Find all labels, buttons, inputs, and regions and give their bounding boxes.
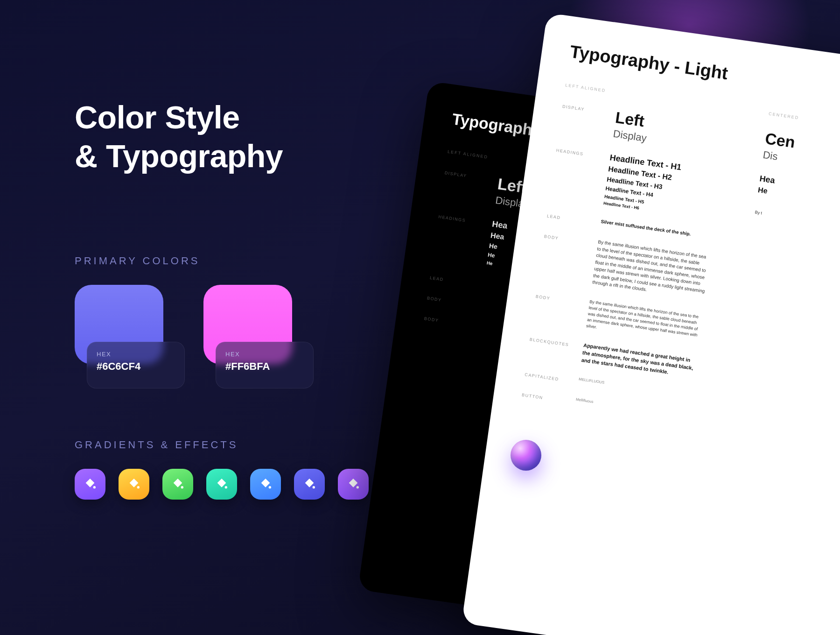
svg-point-3 bbox=[225, 486, 227, 488]
gradient-swatch-violet bbox=[338, 469, 369, 500]
paint-bucket-icon bbox=[258, 477, 273, 492]
paint-bucket-icon bbox=[214, 477, 229, 492]
svg-point-5 bbox=[313, 486, 315, 488]
gradient-swatch-teal bbox=[206, 469, 237, 500]
hex-label: HEX #FF6BFA bbox=[216, 342, 314, 388]
body-text-small: By t bbox=[755, 210, 840, 239]
row-tag-display: DISPLAY bbox=[444, 168, 486, 181]
hex-value: #6C6CF4 bbox=[97, 360, 175, 373]
swatch-primary-1: HEX #6C6CF4 bbox=[75, 285, 177, 364]
body-text-small: By the same illusion which lifts the hor… bbox=[586, 299, 703, 345]
hex-value: #FF6BFA bbox=[225, 360, 304, 373]
svg-point-6 bbox=[357, 486, 359, 488]
row-tag-body: BODY bbox=[544, 231, 585, 244]
paint-bucket-icon bbox=[83, 477, 98, 492]
button-label-sample: Mellifluous bbox=[575, 397, 689, 417]
lead-text: Silver mist suffused the deck of the shi… bbox=[601, 219, 714, 241]
row-tag-lead: LEAD bbox=[546, 211, 588, 224]
swatch-primary-2: HEX #FF6BFA bbox=[203, 285, 306, 364]
row-tag-capitalized: CAPITALIZED bbox=[525, 369, 566, 382]
svg-point-0 bbox=[93, 486, 96, 488]
primary-swatches: HEX #6C6CF4 HEX #FF6BFA bbox=[75, 285, 439, 364]
gradient-swatch-purple bbox=[75, 469, 105, 500]
gradient-swatch-green bbox=[162, 469, 193, 500]
row-tag-headings: HEADINGS bbox=[556, 145, 597, 158]
gradient-swatch-yellow bbox=[119, 469, 149, 500]
row-tag-button: BUTTON bbox=[522, 390, 563, 403]
paint-bucket-icon bbox=[302, 477, 317, 492]
page-title: Color Style & Typography bbox=[75, 98, 439, 176]
title-line-1: Color Style bbox=[75, 99, 239, 135]
svg-point-4 bbox=[269, 486, 271, 488]
row-tag-lead: LEAD bbox=[430, 273, 471, 286]
row-tag-blockquotes: BLOCKQUOTES bbox=[529, 334, 571, 347]
svg-point-1 bbox=[137, 486, 140, 488]
paint-bucket-icon bbox=[170, 477, 185, 492]
hex-label: HEX #6C6CF4 bbox=[87, 342, 185, 388]
gradient-swatch-indigo bbox=[294, 469, 325, 500]
gradient-swatch-blue bbox=[250, 469, 281, 500]
row-tag-display: DISPLAY bbox=[562, 101, 603, 114]
typography-mockups: Typography - LEFT ALIGNED DISPLAY Left D… bbox=[350, 0, 840, 635]
hex-caption: HEX bbox=[97, 351, 175, 358]
row-tag-headings: HEADINGS bbox=[438, 212, 480, 225]
capitalized-sample: MELLIFLUOUS bbox=[579, 377, 692, 397]
title-line-2: & Typography bbox=[75, 138, 283, 174]
paint-bucket-icon bbox=[126, 477, 141, 492]
svg-point-2 bbox=[181, 486, 183, 488]
row-tag-body: BODY bbox=[427, 293, 468, 306]
row-tag-body: BODY bbox=[535, 291, 577, 304]
hex-caption: HEX bbox=[225, 351, 304, 358]
decorative-orb bbox=[511, 440, 541, 471]
body-text: By the same illusion which lifts the hor… bbox=[592, 239, 711, 302]
paint-bucket-icon bbox=[346, 477, 361, 492]
blockquote-text: Apparently we had reached a great height… bbox=[581, 342, 697, 380]
primary-colors-label: PRIMARY COLORS bbox=[75, 255, 439, 267]
row-tag-body: BODY bbox=[424, 313, 465, 326]
